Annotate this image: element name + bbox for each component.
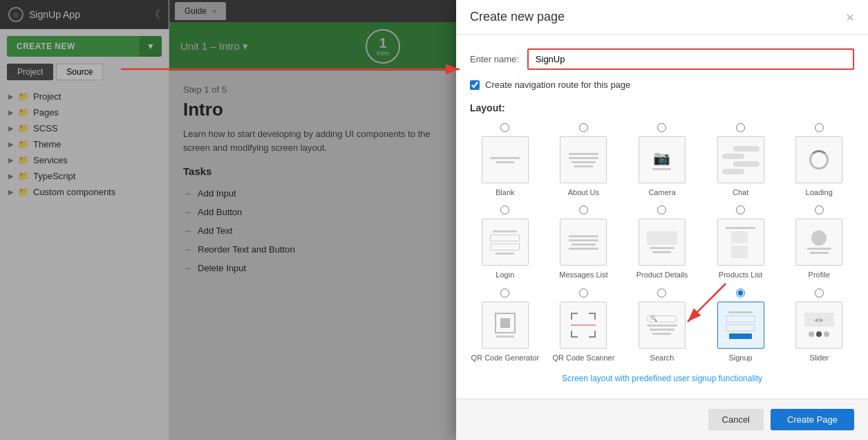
layout-section-label: Layout: — [470, 102, 854, 113]
layout-radio-about[interactable] — [579, 123, 588, 132]
layout-thumb-loading — [795, 136, 842, 183]
layout-thumb-about — [560, 136, 607, 183]
layout-name-signup: Signup — [728, 353, 752, 363]
layout-radio-login[interactable] — [500, 205, 509, 214]
name-field-label: Enter name: — [470, 54, 519, 64]
layout-name-loading: Loading — [806, 187, 833, 197]
layout-thumb-qr-gen — [482, 302, 529, 349]
create-page-dialog: Create new page × Enter name: Create nav… — [456, 0, 868, 440]
layout-thumb-signup — [717, 302, 764, 349]
layout-item-product-details[interactable]: Product Details — [627, 205, 697, 279]
dialog-header: Create new page × — [456, 0, 868, 35]
layout-name-search: Search — [650, 353, 674, 363]
layout-item-about[interactable]: About Us — [549, 123, 619, 197]
layout-radio-camera[interactable] — [657, 123, 666, 132]
layout-thumb-qr-scan — [560, 302, 607, 349]
qr-block — [495, 313, 516, 333]
layout-name-messages: Messages List — [559, 270, 607, 279]
cancel-button[interactable]: Cancel — [708, 409, 764, 430]
layout-radio-product-details[interactable] — [657, 205, 666, 214]
layout-name-blank: Blank — [496, 187, 515, 197]
layout-name-about: About Us — [568, 187, 599, 197]
layout-thumb-messages — [560, 219, 607, 266]
layout-item-slider[interactable]: ◀ ▶ Slider — [784, 288, 854, 363]
layout-radio-search[interactable] — [657, 288, 666, 297]
layout-item-signup[interactable]: Signup — [706, 288, 776, 363]
layout-name-product-details: Product Details — [636, 270, 688, 279]
layout-item-blank[interactable]: Blank — [470, 123, 540, 197]
nav-route-checkbox[interactable] — [470, 80, 480, 90]
dialog-title: Create new page — [470, 10, 846, 24]
layout-item-products[interactable]: Products List — [706, 205, 776, 279]
layout-item-chat[interactable]: Chat — [706, 123, 776, 197]
layout-radio-loading[interactable] — [815, 123, 824, 132]
nav-route-label: Create navigation route for this page — [485, 80, 630, 90]
page-name-input[interactable] — [527, 48, 854, 70]
camera-icon: 📷 — [653, 149, 670, 166]
layout-item-login[interactable]: Login — [470, 205, 540, 279]
layout-item-qr-gen[interactable]: QR Code Generator — [470, 288, 540, 363]
dialog-body: Enter name: Create navigation route for … — [456, 35, 868, 398]
layout-thumb-slider: ◀ ▶ — [795, 302, 842, 349]
layout-radio-slider[interactable] — [815, 288, 824, 297]
layout-radio-blank[interactable] — [500, 123, 509, 132]
layout-radio-qr-scan[interactable] — [579, 288, 588, 297]
layout-grid: Blank About Us 📷 Camer — [470, 123, 854, 363]
nav-route-row: Create navigation route for this page — [470, 80, 854, 90]
layout-radio-messages[interactable] — [579, 205, 588, 214]
layout-name-qr-gen: QR Code Generator — [471, 353, 539, 363]
layout-name-profile: Profile — [809, 270, 830, 279]
layout-item-messages[interactable]: Messages List — [549, 205, 619, 279]
layout-name-qr-scan: QR Code Scanner — [552, 353, 614, 363]
layout-thumb-chat — [717, 136, 764, 183]
layout-name-slider: Slider — [809, 353, 829, 363]
create-page-button[interactable]: Create Page — [771, 409, 854, 430]
hint-text: Screen layout with predefined user signu… — [470, 374, 854, 383]
layout-item-search[interactable]: 🔍 Search — [627, 288, 697, 363]
layout-name-chat: Chat — [733, 187, 748, 197]
layout-name-products: Products List — [719, 270, 763, 279]
layout-radio-profile[interactable] — [815, 205, 824, 214]
layout-thumb-profile — [795, 219, 842, 266]
dialog-footer: Cancel Create Page — [456, 398, 868, 440]
layout-item-camera[interactable]: 📷 Camera — [627, 123, 697, 197]
dialog-close-button[interactable]: × — [846, 10, 854, 24]
layout-item-loading[interactable]: Loading — [784, 123, 854, 197]
layout-thumb-login — [482, 219, 529, 266]
layout-name-camera: Camera — [648, 187, 675, 197]
layout-radio-products[interactable] — [736, 205, 745, 214]
layout-thumb-product-details — [639, 219, 686, 266]
layout-item-qr-scan[interactable]: QR Code Scanner — [549, 288, 619, 363]
layout-thumb-search: 🔍 — [639, 302, 686, 349]
layout-radio-qr-gen[interactable] — [500, 288, 509, 297]
layout-thumb-camera: 📷 — [639, 136, 686, 183]
layout-thumb-products — [717, 219, 764, 266]
layout-radio-chat[interactable] — [736, 123, 745, 132]
layout-item-profile[interactable]: Profile — [784, 205, 854, 279]
name-field-row: Enter name: — [470, 48, 854, 70]
layout-thumb-blank — [482, 136, 529, 183]
layout-name-login: Login — [496, 270, 514, 279]
qr-inner — [500, 318, 510, 328]
layout-radio-signup[interactable] — [736, 288, 745, 297]
